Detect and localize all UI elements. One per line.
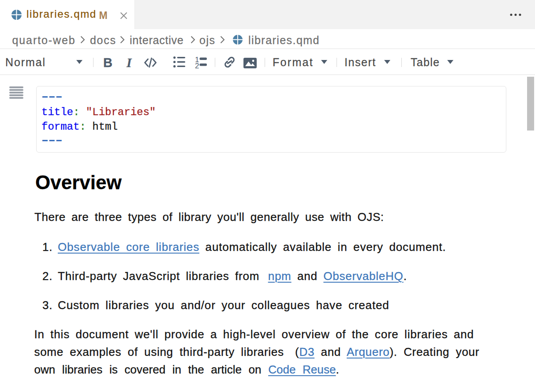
- svg-text:2: 2: [195, 62, 199, 69]
